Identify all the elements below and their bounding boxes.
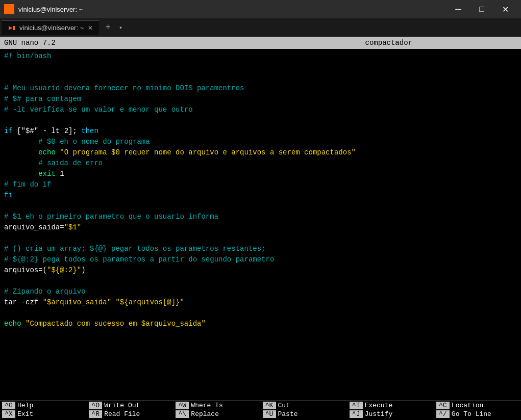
minimize-button[interactable]: ─ (446, 0, 470, 18)
line-21: arquivos=("${@:2}") (4, 265, 517, 276)
add-tab-button[interactable]: + (101, 22, 115, 33)
shortcut-goto-line: ^/ Go To Line (434, 410, 521, 418)
key-ctrl-w: ^W (176, 402, 189, 409)
line-20: # ${@:2} pega todos os parametros a part… (4, 254, 517, 265)
nano-header: GNU nano 7.2 compactador (0, 37, 521, 49)
line-13: # fim do if (4, 179, 517, 190)
tab-bar: vinicius@viniserver: ~ ✕ + ▾ (0, 18, 521, 37)
tab-close-button[interactable]: ✕ (88, 24, 93, 32)
line-1: #! bin/bash (4, 51, 517, 62)
key-ctrl-u: ^U (263, 410, 276, 418)
label-paste: Paste (278, 410, 298, 418)
line-4: # Meu usuario devera fornecer no minimo … (4, 83, 517, 94)
label-exit: Exit (17, 410, 33, 418)
line-17: arquivo_saida="$1" (4, 222, 517, 233)
line-16: # $1 eh o primeiro parametro que o usuar… (4, 212, 517, 222)
maximize-button[interactable]: □ (470, 0, 493, 18)
line-23: # Zipando o arquivo (4, 286, 517, 297)
key-ctrl-r: ^R (89, 410, 102, 418)
window-title: vinicius@viniserver: ~ (18, 6, 442, 13)
close-button[interactable]: ✕ (493, 0, 517, 18)
title-bar: vinicius@viniserver: ~ ─ □ ✕ (0, 0, 521, 18)
label-replace: Replace (191, 410, 219, 418)
editor-area[interactable]: #! bin/bash # Meu usuario devera fornece… (0, 49, 521, 400)
line-26: echo "Compactado com sucesso em $arquivo… (4, 319, 517, 329)
line-22 (4, 276, 517, 286)
shortcut-cut: ^K Cut (261, 402, 348, 409)
line-7 (4, 115, 517, 126)
label-location: Location (452, 402, 483, 409)
line-19: # () cria um array; ${@} pegar todos os … (4, 244, 517, 254)
label-help: Help (17, 402, 33, 409)
label-goto-line: Go To Line (452, 410, 491, 418)
shortcut-location: ^C Location (434, 402, 521, 409)
key-ctrl-t: ^T (350, 402, 363, 409)
line-15 (4, 201, 517, 212)
svg-marker-0 (6, 7, 10, 12)
tab-title: vinicius@viniserver: ~ (19, 24, 84, 32)
shortcut-execute: ^T Execute (348, 402, 434, 409)
shortcuts-grid: ^G Help ^O Write Out ^W Where Is ^K Cut (0, 401, 521, 420)
shortcut-exit: ^X Exit (0, 410, 87, 418)
key-ctrl-c: ^C (436, 402, 450, 409)
line-3 (4, 72, 517, 83)
line-14: fi (4, 190, 517, 201)
key-ctrl-slash: ^/ (436, 410, 450, 418)
key-ctrl-g: ^G (2, 402, 15, 409)
label-write-out: Write Out (104, 402, 140, 409)
shortcut-where-is: ^W Where Is (173, 402, 260, 409)
label-justify: Justify (365, 410, 393, 418)
terminal-icon (4, 4, 14, 14)
key-ctrl-x: ^X (2, 410, 15, 418)
shortcuts-bar: ^G Help ^O Write Out ^W Where Is ^K Cut (0, 400, 521, 420)
key-ctrl-backslash: ^\ (176, 410, 189, 418)
shortcut-replace: ^\ Replace (173, 410, 260, 418)
shortcut-help: ^G Help (0, 402, 87, 409)
label-read-file: Read File (104, 410, 140, 418)
line-12: exit 1 (4, 169, 517, 179)
line-2 (4, 62, 517, 72)
key-ctrl-k: ^K (263, 402, 276, 409)
tab-terminal[interactable]: vinicius@viniserver: ~ ✕ (2, 20, 99, 35)
line-9: # $0 eh o nome do programa (4, 137, 517, 147)
tab-icon (8, 24, 15, 32)
line-10: echo "O programa $0 requer nome do arqui… (4, 147, 517, 158)
line-6: # -lt verifica se um valor e menor que o… (4, 104, 517, 115)
window-controls: ─ □ ✕ (446, 0, 517, 18)
svg-rect-3 (13, 26, 15, 30)
key-ctrl-o: ^O (89, 402, 102, 409)
shortcut-write-out: ^O Write Out (87, 402, 173, 409)
svg-rect-1 (10, 7, 13, 12)
line-18 (4, 233, 517, 244)
shortcut-read-file: ^R Read File (87, 410, 173, 418)
line-25 (4, 308, 517, 319)
line-5: # $# para contagem (4, 94, 517, 104)
shortcut-justify: ^J Justify (348, 410, 434, 418)
label-execute: Execute (365, 402, 393, 409)
key-ctrl-j: ^J (350, 410, 363, 418)
line-11: # saida de erro (4, 158, 517, 169)
line-24: tar -czf "$arquivo_saida" "${arquivos[@]… (4, 297, 517, 308)
tab-dropdown-button[interactable]: ▾ (117, 24, 125, 32)
label-cut: Cut (278, 402, 290, 409)
nano-filename: compactador (261, 39, 517, 47)
line-8: if ["$#" - lt 2]; then (4, 126, 517, 137)
svg-marker-2 (9, 26, 12, 30)
nano-version: GNU nano 7.2 (4, 39, 261, 47)
label-where-is: Where Is (191, 402, 222, 409)
shortcut-paste: ^U Paste (261, 410, 348, 418)
